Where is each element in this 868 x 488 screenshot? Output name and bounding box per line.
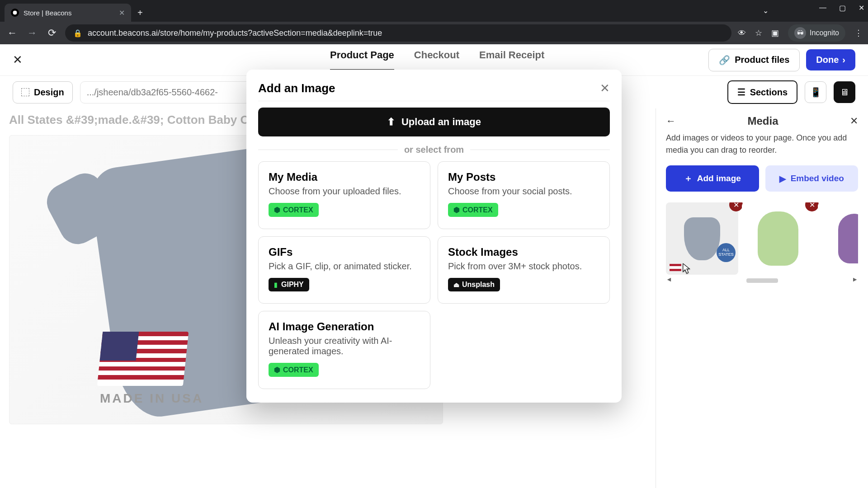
modal-close-icon[interactable]: ✕ — [600, 81, 610, 95]
window-minimize-icon[interactable]: — — [819, 4, 826, 12]
thumb-badge: ALL STATES — [717, 243, 736, 262]
add-image-button[interactable]: ＋ Add image — [666, 165, 759, 192]
media-thumbnails: ALL STATES ✕ ✕ — [666, 202, 858, 275]
hamburger-icon: ☰ — [737, 87, 745, 98]
url-text: account.beacons.ai/store/home/my-product… — [88, 28, 382, 38]
source-card-gifs[interactable]: GIFs Pick a GIF, clip, or animated stick… — [258, 236, 430, 304]
source-card-stock[interactable]: Stock Images Pick from over 3M+ stock ph… — [438, 236, 610, 304]
mouse-cursor-icon — [683, 263, 691, 275]
media-thumb[interactable]: ALL STATES ✕ — [666, 202, 738, 275]
reload-button[interactable]: ⟳ — [45, 27, 59, 39]
source-card-my-media[interactable]: My Media Choose from your uploaded files… — [258, 161, 430, 229]
address-bar[interactable]: 🔒 account.beacons.ai/store/home/my-produ… — [65, 24, 731, 42]
card-title: AI Image Generation — [269, 320, 420, 333]
image-placeholder-icon — [21, 88, 29, 96]
panel-title: Media — [676, 115, 850, 127]
done-label: Done — [816, 55, 839, 65]
plus-icon: ＋ — [684, 173, 693, 184]
or-label: or select from — [404, 145, 464, 155]
page-root: ✕ Product Page Checkout Email Receipt 🔗 … — [0, 44, 868, 488]
card-title: Stock Images — [448, 246, 599, 258]
add-image-label: Add image — [697, 174, 741, 183]
forward-button[interactable]: → — [25, 27, 39, 39]
link-icon: 🔗 — [719, 55, 730, 66]
upload-icon: ⬆ — [387, 116, 395, 128]
source-card-my-posts[interactable]: My Posts Choose from your social posts. … — [438, 161, 610, 229]
card-desc: Pick a GIF, clip, or animated sticker. — [269, 261, 420, 272]
card-desc: Choose from your uploaded files. — [269, 186, 420, 197]
mobile-view-button[interactable]: 📱 — [805, 81, 826, 103]
card-title: My Media — [269, 171, 420, 183]
incognito-icon: 🕶 — [794, 27, 806, 39]
cortex-badge: CORTEX — [269, 203, 319, 217]
desktop-view-button[interactable]: 🖥 — [834, 81, 855, 103]
incognito-chip[interactable]: 🕶 Incognito — [788, 24, 845, 42]
tab-list-chevron-icon[interactable]: ⌄ — [763, 6, 769, 15]
sections-button[interactable]: ☰ Sections — [727, 80, 797, 104]
product-url-field[interactable]: .../jsheena/db3a2f65-5560-4662- — [80, 81, 256, 103]
product-files-label: Product files — [735, 55, 789, 65]
mobile-icon: 📱 — [810, 87, 821, 98]
editor-tabs: Product Page Checkout Email Receipt — [330, 49, 544, 70]
tab-checkout[interactable]: Checkout — [414, 49, 459, 70]
thumb-baby-icon — [838, 214, 858, 263]
kebab-menu-icon[interactable]: ⋮ — [854, 28, 863, 38]
done-button[interactable]: Done › — [806, 49, 855, 70]
media-thumb[interactable] — [818, 202, 858, 275]
lock-icon: 🔒 — [73, 29, 82, 38]
panel-close-icon[interactable]: ✕ — [850, 115, 858, 127]
product-files-button[interactable]: 🔗 Product files — [708, 49, 800, 71]
embed-video-button[interactable]: ▶ Embed video — [765, 165, 859, 192]
card-desc: Unleash your creativity with AI-generate… — [269, 336, 420, 357]
back-button[interactable]: ← — [5, 27, 19, 39]
new-tab-button[interactable]: + — [131, 4, 149, 22]
editor-close-icon[interactable]: ✕ — [13, 53, 23, 67]
embed-video-label: Embed video — [791, 174, 844, 183]
install-app-icon[interactable]: ▣ — [771, 28, 779, 38]
card-desc: Pick from over 3M+ stock photos. — [448, 261, 599, 272]
thumb-scrollbar[interactable] — [746, 278, 778, 283]
chevron-right-icon: › — [842, 55, 845, 65]
add-image-modal: Add an Image ✕ ⬆ Upload an image or sele… — [246, 70, 622, 403]
browser-tab-strip: Store | Beacons ✕ + ⌄ — ▢ ✕ — [0, 0, 868, 22]
bookmark-star-icon[interactable]: ☆ — [755, 28, 762, 38]
or-separator: or select from — [258, 145, 610, 155]
panel-back-icon[interactable]: ← — [666, 115, 676, 127]
browser-toolbar: ← → ⟳ 🔒 account.beacons.ai/store/home/my… — [0, 22, 868, 44]
card-desc: Choose from your social posts. — [448, 186, 599, 197]
cortex-badge: CORTEX — [448, 203, 498, 217]
tab-title: Store | Beacons — [24, 9, 114, 17]
tab-close-icon[interactable]: ✕ — [119, 9, 125, 17]
incognito-label: Incognito — [810, 29, 839, 37]
modal-title: Add an Image — [258, 81, 335, 95]
design-button[interactable]: Design — [13, 81, 73, 103]
cortex-badge: CORTEX — [269, 363, 319, 377]
favicon-icon — [11, 9, 19, 17]
source-card-ai[interactable]: AI Image Generation Unleash your creativ… — [258, 311, 430, 389]
media-side-panel: ← Media ✕ Add images or videos to your p… — [656, 108, 868, 488]
thumb-scroll-right-icon[interactable]: ► — [852, 276, 858, 283]
card-title: My Posts — [448, 171, 599, 183]
thumb-onesie-icon — [684, 217, 720, 260]
tab-email-receipt[interactable]: Email Receipt — [479, 49, 544, 70]
window-close-icon[interactable]: ✕ — [859, 4, 864, 12]
upload-label: Upload an image — [401, 116, 481, 128]
window-maximize-icon[interactable]: ▢ — [839, 4, 846, 12]
video-icon: ▶ — [779, 174, 786, 184]
unsplash-badge: Unsplash — [448, 278, 500, 291]
panel-description: Add images or videos to your page. Once … — [666, 132, 858, 156]
upload-image-button[interactable]: ⬆ Upload an image — [258, 108, 610, 136]
eye-off-icon[interactable]: 👁 — [738, 28, 746, 38]
media-thumb[interactable]: ✕ — [742, 202, 814, 275]
design-label: Design — [34, 87, 64, 98]
giphy-badge: GIPHY — [269, 278, 309, 291]
thumb-baby-icon — [758, 211, 798, 266]
thumb-scroll-left-icon[interactable]: ◄ — [666, 276, 672, 283]
sections-label: Sections — [750, 87, 788, 98]
desktop-icon: 🖥 — [840, 87, 849, 98]
card-title: GIFs — [269, 246, 420, 258]
tab-product-page[interactable]: Product Page — [330, 49, 394, 70]
browser-tab[interactable]: Store | Beacons ✕ — [5, 4, 131, 22]
thumb-flag-icon — [670, 264, 681, 271]
